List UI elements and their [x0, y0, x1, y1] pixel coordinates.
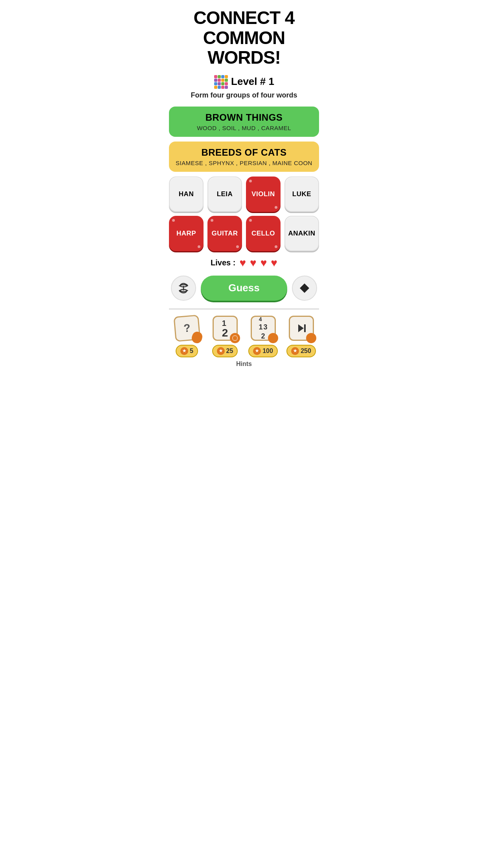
- hint-reveal12-value: 25: [226, 348, 233, 355]
- hint-question-value: 5: [190, 348, 193, 355]
- action-row: Guess: [169, 276, 319, 301]
- heart-3: ♥: [261, 257, 267, 269]
- svg-rect-6: [221, 79, 224, 82]
- svg-rect-21: [304, 324, 306, 332]
- hint-skip-value: 250: [301, 348, 311, 355]
- shuffle-icon: [178, 283, 189, 294]
- category-brown: BROWN THINGS WOOD , SOIL , MUD , CARAMEL: [169, 107, 319, 137]
- svg-rect-3: [225, 75, 228, 78]
- coin-icon-4: ★: [291, 347, 299, 355]
- tile-han[interactable]: HAN: [169, 177, 204, 212]
- svg-rect-10: [221, 82, 224, 85]
- tile-harp[interactable]: HARP: [169, 216, 204, 251]
- svg-rect-2: [221, 75, 224, 78]
- erase-button[interactable]: [292, 276, 317, 301]
- hint-skip-badge: [306, 333, 316, 343]
- svg-rect-9: [218, 82, 221, 85]
- lives-label: Lives :: [211, 258, 235, 267]
- hint-reveal12-icon: 1 2: [211, 314, 239, 342]
- heart-2: ♥: [250, 257, 257, 269]
- hint-q-badge: [192, 333, 202, 343]
- svg-rect-13: [218, 86, 221, 89]
- hint-skip-item[interactable]: ★ 250: [283, 314, 319, 357]
- subtitle: Form four groups of four words: [191, 91, 297, 99]
- skip-icon: [296, 323, 307, 334]
- category-cats-title: BREEDS OF CATS: [175, 147, 313, 158]
- hint-12-badge: [230, 333, 240, 343]
- hint-reveal123-icon: 4 1 3 2: [249, 314, 277, 342]
- svg-rect-15: [225, 86, 228, 89]
- guess-button[interactable]: Guess: [201, 276, 287, 301]
- svg-rect-5: [218, 79, 221, 82]
- svg-rect-0: [214, 75, 217, 78]
- tile-luke[interactable]: LUKE: [284, 177, 319, 212]
- hint-reveal12-item[interactable]: 1 2 ★ 25: [207, 314, 243, 357]
- hint-skip-cost: ★ 250: [286, 345, 316, 357]
- hints-section: ? ★ 5 1 2: [169, 309, 319, 368]
- hints-grid: ? ★ 5 1 2: [169, 314, 319, 357]
- hint-question-icon: ?: [173, 314, 201, 342]
- svg-marker-18: [300, 283, 309, 293]
- category-brown-title: BROWN THINGS: [175, 112, 313, 123]
- heart-4: ♥: [271, 257, 277, 269]
- category-cats: BREEDS OF CATS SIAMESE , SPHYNX , PERSIA…: [169, 142, 319, 172]
- shuffle-button[interactable]: [171, 276, 196, 301]
- tile-cello[interactable]: CELLO: [246, 216, 281, 251]
- grid-icon: [214, 75, 228, 89]
- svg-rect-14: [221, 86, 224, 89]
- heart-1: ♥: [239, 257, 246, 269]
- svg-marker-20: [298, 324, 304, 332]
- coin-icon-2: ★: [217, 347, 225, 355]
- svg-rect-12: [214, 86, 217, 89]
- svg-rect-7: [225, 79, 228, 82]
- hint-reveal123-cost: ★ 100: [248, 345, 278, 357]
- page: CONNECT 4COMMON WORDS! Level # 1 Form fo…: [163, 0, 325, 371]
- svg-marker-19: [233, 336, 237, 340]
- page-title: CONNECT 4COMMON WORDS!: [169, 8, 319, 68]
- level-row: Level # 1: [214, 75, 274, 89]
- hint-12-badge-icon: [232, 335, 238, 341]
- category-cats-words: SIAMESE , SPHYNX , PERSIAN , MAINE COON: [175, 160, 313, 166]
- hint-reveal123-item[interactable]: 4 1 3 2 ★ 100: [245, 314, 281, 357]
- svg-rect-4: [214, 79, 217, 82]
- tile-violin[interactable]: VIOLIN: [246, 177, 281, 212]
- level-label: Level # 1: [231, 75, 274, 88]
- hint-skip-icon: [287, 314, 316, 342]
- svg-rect-1: [218, 75, 221, 78]
- svg-rect-11: [225, 82, 228, 85]
- hint-reveal12-cost: ★ 25: [212, 345, 238, 357]
- tile-leia[interactable]: LEIA: [207, 177, 242, 212]
- eraser-icon: [299, 283, 310, 294]
- svg-rect-8: [214, 82, 217, 85]
- hint-reveal123-value: 100: [262, 348, 273, 355]
- hints-label: Hints: [169, 360, 319, 368]
- tile-anakin[interactable]: ANAKIN: [284, 216, 319, 251]
- hint-123-badge: [268, 333, 278, 343]
- hint-question-cost: ★ 5: [176, 345, 198, 357]
- word-grid: HANLEIAVIOLINLUKEHARPGUITARCELLOANAKIN: [169, 177, 319, 251]
- hint-question-item[interactable]: ? ★ 5: [169, 314, 205, 357]
- lives-row: Lives : ♥ ♥ ♥ ♥: [211, 257, 277, 269]
- category-brown-words: WOOD , SOIL , MUD , CARAMEL: [175, 125, 313, 131]
- coin-icon-1: ★: [180, 347, 188, 355]
- tile-guitar[interactable]: GUITAR: [207, 216, 242, 251]
- coin-icon-3: ★: [253, 347, 261, 355]
